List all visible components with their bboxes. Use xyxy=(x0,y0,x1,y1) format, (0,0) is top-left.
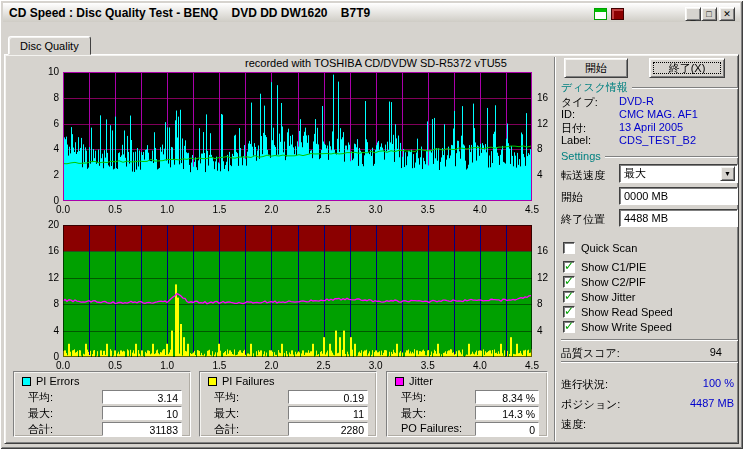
position-label: ポジション: xyxy=(561,397,620,412)
stat-label: 最大: xyxy=(214,406,239,421)
end-position-label: 終了位置 xyxy=(561,212,605,227)
legend-title: PI Failures xyxy=(222,375,275,387)
position-value: 4487 MB xyxy=(690,397,734,409)
axis-tick-label: 12 xyxy=(537,118,548,129)
exit-button-label: 終了(X) xyxy=(669,61,706,76)
tab-disc-quality[interactable]: Disc Quality xyxy=(8,36,91,55)
transfer-speed-label: 転送速度 xyxy=(561,168,605,183)
disc-info-section-header: ディスク情報 xyxy=(561,80,738,95)
axis-tick-label: 10 xyxy=(33,66,59,77)
disc-info-title: ディスク情報 xyxy=(561,80,628,95)
axis-tick-label: 4.0 xyxy=(465,360,495,371)
section-divider xyxy=(632,87,738,89)
dropdown-button[interactable]: ▼ xyxy=(720,166,735,181)
pi-errors-legend: PI Errors xyxy=(22,375,79,387)
jitter-chart-canvas xyxy=(63,225,532,357)
show-c1-pie-checkbox[interactable] xyxy=(563,261,575,273)
quick-scan-checkbox[interactable] xyxy=(563,242,575,254)
progress-value: 100 % xyxy=(703,377,734,389)
quality-score-label: 品質スコア: xyxy=(561,346,620,361)
axis-tick-label: 4.5 xyxy=(517,204,547,215)
checkbox-label: Show Read Speed xyxy=(581,306,673,318)
disc-id-label: ID: xyxy=(561,108,575,120)
axis-tick-label: 16 xyxy=(537,245,548,256)
settings-title: Settings xyxy=(561,150,601,162)
axis-tick-label: 4.0 xyxy=(465,204,495,215)
axis-tick-label: 1.0 xyxy=(152,204,182,215)
axis-tick-label: 1.0 xyxy=(152,360,182,371)
end-position-input[interactable] xyxy=(619,209,738,227)
axis-tick-label: 16 xyxy=(33,245,59,256)
red-page-icon[interactable] xyxy=(611,8,624,20)
pi-failures-legend: PI Failures xyxy=(208,375,275,387)
axis-tick-label: 0 xyxy=(33,195,59,206)
axis-tick-label: 4 xyxy=(537,325,543,336)
disc-id-value: CMC MAG. AF1 xyxy=(619,108,698,120)
disc-label-label: Label: xyxy=(561,134,591,146)
checkbox-label: Show Jitter xyxy=(581,291,635,303)
stat-value: 8.34 % xyxy=(475,390,539,404)
axis-tick-label: 0.0 xyxy=(48,204,78,215)
stat-value: 31183 xyxy=(102,422,182,436)
minimize-icon: _ xyxy=(690,13,695,22)
axis-tick-label: 4.5 xyxy=(517,360,547,371)
show-c2-pif-checkbox[interactable] xyxy=(563,276,575,288)
stat-label: 最大: xyxy=(401,406,426,421)
tab-label: Disc Quality xyxy=(20,40,79,52)
quality-score-value: 94 xyxy=(710,346,722,358)
legend-title: PI Errors xyxy=(36,375,79,387)
jitter-stats-box: Jitter 平均: 8.34 % 最大: 14.3 % PO Failures… xyxy=(386,371,548,437)
chart-title: recorded with TOSHIBA CD/DVDW SD-R5372 v… xyxy=(245,57,507,69)
panel-divider xyxy=(554,57,556,441)
pi-failures-stats-box: PI Failures 平均: 0.19 最大: 11 合計: 2280 xyxy=(199,371,377,437)
axis-tick-label: 0 xyxy=(33,351,59,362)
pi-errors-swatch-icon xyxy=(22,377,31,386)
axis-tick-label: 2.0 xyxy=(256,204,286,215)
transfer-speed-value: 最大 xyxy=(624,166,646,181)
start-button[interactable]: 開始 xyxy=(564,58,628,78)
show-write-speed-checkbox[interactable] xyxy=(563,321,575,333)
jitter-swatch-icon xyxy=(395,377,404,386)
speed-label: 速度: xyxy=(561,417,586,432)
axis-tick-label: 2.5 xyxy=(309,204,339,215)
transfer-speed-select[interactable]: 最大 ▼ xyxy=(619,164,738,183)
checkbox-label: Show Write Speed xyxy=(581,321,672,333)
axis-tick-label: 12 xyxy=(33,272,59,283)
axis-tick-label: 0.5 xyxy=(100,360,130,371)
disc-label-value: CDS_TEST_B2 xyxy=(619,134,696,146)
show-jitter-checkbox[interactable] xyxy=(563,291,575,303)
stat-value: 14.3 % xyxy=(475,406,539,420)
axis-tick-label: 4 xyxy=(33,325,59,336)
stat-value: 3.14 xyxy=(102,390,182,404)
jitter-legend: Jitter xyxy=(395,375,433,387)
axis-tick-label: 6 xyxy=(33,118,59,129)
green-page-icon[interactable] xyxy=(594,8,607,20)
title-bar[interactable]: CD Speed : Disc Quality Test - BENQ DVD … xyxy=(3,3,740,22)
tab-page: recorded with TOSHIBA CD/DVDW SD-R5372 v… xyxy=(4,54,739,444)
exit-button[interactable]: 終了(X) xyxy=(649,58,725,78)
axis-tick-label: 0.5 xyxy=(100,204,130,215)
minimize-button[interactable]: _ xyxy=(685,7,701,21)
section-divider xyxy=(605,156,738,158)
maximize-icon: □ xyxy=(706,10,711,19)
axis-tick-label: 3.5 xyxy=(413,360,443,371)
chevron-down-icon: ▼ xyxy=(724,170,731,177)
axis-tick-label: 3.5 xyxy=(413,204,443,215)
disc-date-value: 13 April 2005 xyxy=(619,121,683,133)
divider-line xyxy=(561,339,738,341)
pi-errors-chart-canvas xyxy=(63,72,532,201)
stat-value: 0.19 xyxy=(288,390,368,404)
pi-failures-swatch-icon xyxy=(208,377,217,386)
checkbox-label: Show C1/PIE xyxy=(581,261,646,273)
start-position-input[interactable] xyxy=(619,187,738,205)
stat-label: 平均: xyxy=(401,390,426,405)
maximize-button[interactable]: □ xyxy=(701,7,717,21)
stat-label: 合計: xyxy=(28,422,53,437)
progress-label: 進行状況: xyxy=(561,377,608,392)
app-window: CD Speed : Disc Quality Test - BENQ DVD … xyxy=(0,0,743,449)
axis-tick-label: 4 xyxy=(33,143,59,154)
axis-tick-label: 3.0 xyxy=(361,204,391,215)
show-read-speed-checkbox[interactable] xyxy=(563,306,575,318)
stat-label: 平均: xyxy=(28,390,53,405)
close-button[interactable]: ✕ xyxy=(719,7,735,21)
